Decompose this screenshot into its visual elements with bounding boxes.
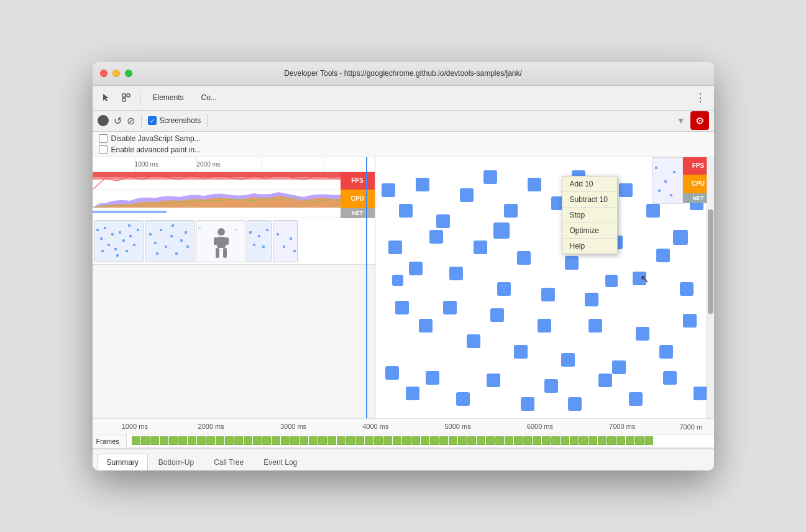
screenshot-3 bbox=[247, 220, 272, 262]
blue-square bbox=[392, 275, 403, 286]
frame-block bbox=[505, 436, 513, 445]
frames-label: Frames bbox=[93, 434, 127, 448]
frame-block bbox=[393, 436, 401, 445]
frame-block bbox=[262, 436, 271, 445]
blue-square bbox=[619, 183, 633, 197]
tab-event-log[interactable]: Event Log bbox=[254, 454, 306, 470]
scrollbar-thumb[interactable] bbox=[708, 209, 713, 314]
screenshot-dots-1 bbox=[145, 221, 194, 262]
options-panel: Disable JavaScript Samp... Enable advanc… bbox=[93, 132, 714, 157]
blue-square bbox=[598, 374, 612, 387]
tab-bottom-up[interactable]: Bottom-Up bbox=[149, 454, 203, 470]
settings-gear-icon[interactable]: ⚙ bbox=[690, 111, 709, 130]
ruler-4000: 4000 ms bbox=[362, 423, 388, 430]
screenshot-0 bbox=[94, 220, 144, 262]
dropdown-arrow[interactable]: ▼ bbox=[677, 116, 685, 126]
frame-block bbox=[486, 436, 495, 445]
frame-block bbox=[281, 436, 290, 445]
tab-call-tree[interactable]: Call Tree bbox=[204, 454, 253, 470]
reload-button[interactable]: ↺ bbox=[114, 115, 122, 127]
frame-block bbox=[216, 436, 224, 445]
blue-square bbox=[612, 360, 626, 374]
frame-block bbox=[579, 436, 588, 445]
record-button[interactable] bbox=[98, 115, 109, 126]
context-optimize[interactable]: Optimize bbox=[562, 223, 617, 239]
tab-console[interactable]: Co... bbox=[194, 89, 224, 106]
ruler-1000: 1000 ms bbox=[122, 423, 148, 430]
cursor-icon[interactable] bbox=[98, 89, 115, 106]
devtools-tab-bar: Elements Co... ⋮ bbox=[93, 86, 714, 111]
frame-block bbox=[290, 436, 299, 445]
separator2 bbox=[207, 114, 208, 127]
blue-square bbox=[544, 379, 558, 393]
left-panel: 1000 ms 2000 ms bbox=[93, 157, 375, 418]
context-subtract10[interactable]: Subtract 10 bbox=[562, 192, 617, 208]
blue-square bbox=[514, 345, 528, 359]
perf-toolbar: ↺ ⊘ ✓ Screenshots ▼ ⚙ bbox=[93, 111, 714, 132]
blue-square bbox=[585, 293, 598, 306]
context-menu: Add 10 Subtract 10 Stop Optimize Help bbox=[562, 176, 618, 254]
frame-block bbox=[225, 436, 234, 445]
frame-block bbox=[588, 436, 597, 445]
frame-block bbox=[626, 436, 634, 445]
frame-block bbox=[337, 436, 346, 445]
perf-toolbar-right: ▼ ⚙ bbox=[677, 111, 709, 130]
context-help[interactable]: Help bbox=[562, 239, 617, 254]
tab-summary[interactable]: Summary bbox=[98, 454, 148, 470]
stop-button[interactable]: ⊘ bbox=[127, 115, 135, 127]
frame-block bbox=[383, 436, 392, 445]
minimize-button[interactable] bbox=[112, 70, 120, 77]
frame-block bbox=[533, 436, 541, 445]
enable-paint-checkbox[interactable] bbox=[99, 145, 108, 154]
disable-js-checkbox[interactable] bbox=[99, 134, 108, 143]
blue-square bbox=[517, 251, 531, 265]
blue-square bbox=[406, 387, 419, 400]
disable-js-option: Disable JavaScript Samp... bbox=[99, 134, 708, 143]
enable-paint-option: Enable advanced paint in... bbox=[99, 145, 708, 154]
scrollbar[interactable] bbox=[707, 157, 714, 418]
blue-square bbox=[588, 319, 602, 332]
blue-square bbox=[385, 366, 399, 380]
frame-block bbox=[644, 436, 653, 445]
tracks-wrapper: FPS CPU NET bbox=[93, 172, 375, 218]
context-add10[interactable]: Add 10 bbox=[562, 177, 617, 192]
screenshots-checkbox[interactable]: ✓ bbox=[148, 116, 157, 125]
blue-square bbox=[456, 392, 470, 406]
context-stop[interactable]: Stop bbox=[562, 208, 617, 223]
maximize-button[interactable] bbox=[125, 70, 132, 77]
blue-square bbox=[673, 230, 688, 245]
fps-track bbox=[93, 172, 341, 190]
summary-tabs: Summary Bottom-Up Call Tree Event Log bbox=[93, 449, 714, 470]
frame-block bbox=[169, 436, 178, 445]
layers-icon[interactable] bbox=[117, 89, 135, 106]
blue-square bbox=[382, 183, 395, 197]
blue-square bbox=[663, 371, 677, 385]
blue-square bbox=[497, 282, 511, 296]
blue-square bbox=[483, 170, 497, 184]
frame-block bbox=[234, 436, 243, 445]
frame-block bbox=[374, 436, 383, 445]
ruler-7000: 7000 ms bbox=[609, 423, 635, 430]
bottom-ruler-inner: 1000 ms 2000 ms 3000 ms 4000 ms 5000 ms … bbox=[93, 419, 680, 434]
more-options-icon[interactable]: ⋮ bbox=[692, 89, 709, 106]
bottom-ruler: 1000 ms 2000 ms 3000 ms 4000 ms 5000 ms … bbox=[93, 418, 714, 434]
ruler-right-spacer: 7000 m bbox=[680, 421, 714, 432]
ruler-end: 7000 m bbox=[680, 423, 703, 431]
screenshots-checkbox-label[interactable]: ✓ Screenshots bbox=[148, 116, 201, 125]
frame-block bbox=[561, 436, 569, 445]
timeline-cursor bbox=[366, 157, 367, 418]
screenshot-dots-4 bbox=[273, 221, 297, 263]
frame-block bbox=[607, 436, 616, 445]
frame-block bbox=[318, 436, 327, 445]
frame-block bbox=[300, 436, 308, 445]
screenshot-dots-3 bbox=[247, 221, 271, 263]
blue-square bbox=[460, 188, 474, 202]
close-button[interactable] bbox=[100, 70, 108, 77]
tab-elements[interactable]: Elements bbox=[145, 89, 191, 106]
frame-block bbox=[458, 436, 467, 445]
frame-block bbox=[346, 436, 355, 445]
ruler-2000: 2000 ms bbox=[198, 423, 224, 430]
frames-label-text: Frames bbox=[96, 438, 119, 445]
blue-square bbox=[605, 275, 618, 287]
blue-square bbox=[683, 314, 697, 328]
